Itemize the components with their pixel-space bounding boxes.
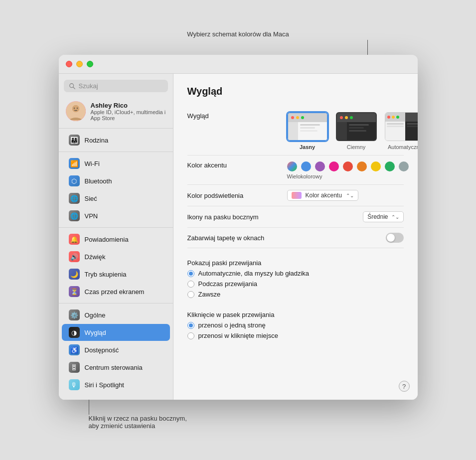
sidebar-icon-wyglad: ◑ xyxy=(69,327,80,338)
accent-row xyxy=(287,161,409,171)
sidebar-item-label-czas: Czas przed ekranem xyxy=(85,288,145,296)
sidebar-icon-wifi: 📶 xyxy=(69,158,80,169)
sidebar-item-bluetooth[interactable]: ⬡Bluetooth xyxy=(62,172,170,189)
titlebar xyxy=(59,55,418,74)
appearance-jasny[interactable]: Jasny xyxy=(287,112,328,150)
accent-colors-group: Wielokolorowy xyxy=(287,161,409,179)
sidebar-item-rodzina[interactable]: 👨‍👩‍👧Rodzina xyxy=(62,132,170,149)
scroll-radio-label-auto: Automatycznie, dla myszy lub gładzika xyxy=(198,270,310,277)
sidebar-item-label-wifi: Wi-Fi xyxy=(85,160,100,167)
sidebar-item-label-tryb: Tryb skupienia xyxy=(85,271,127,278)
sidebar-item-siec[interactable]: 🌐Sieć xyxy=(62,190,170,207)
sidebar-item-tryb[interactable]: 🌙Tryb skupienia xyxy=(62,266,170,283)
sidebar-item-label-dostepnosc: Dostępność xyxy=(85,346,119,354)
click-scrollbar-radio-group: przenosi o jedną stronęprzenosi w klikni… xyxy=(187,321,404,339)
help-button[interactable]: ? xyxy=(399,381,410,392)
sidebar-icon-vpn: 🌐 xyxy=(69,210,80,221)
click-scrollbar-section-label: Kliknięcie w pasek przewijania xyxy=(187,305,404,321)
accent-dot-orange[interactable] xyxy=(357,161,367,171)
traffic-lights xyxy=(66,61,93,67)
sidebar-item-siri[interactable]: 🎙Siri i Spotlight xyxy=(62,376,170,393)
sidebar-item-label-bluetooth: Bluetooth xyxy=(85,177,112,185)
sidebar-icon-ogolne: ⚙️ xyxy=(69,309,80,320)
highlight-swatch xyxy=(292,192,302,199)
sidebar-item-label-centrum: Centrum sterowania xyxy=(85,364,143,371)
maximize-button[interactable] xyxy=(87,61,93,67)
user-sub: Apple ID, iCloud+, multimedia i App Stor… xyxy=(91,109,166,121)
sidebar-item-label-siri: Siri i Spotlight xyxy=(85,381,124,389)
sidebar-item-label-siec: Sieć xyxy=(85,195,97,202)
sidebar-item-dzwiek[interactable]: 🔊Dźwięk xyxy=(62,248,170,265)
appearance-jasny-thumb[interactable] xyxy=(287,112,328,141)
minimize-button[interactable] xyxy=(76,61,83,67)
search-bar[interactable]: Szukaj xyxy=(64,80,168,92)
appearance-options: Jasny xyxy=(287,112,418,150)
highlight-color-label: Kolor podświetlenia xyxy=(187,192,287,199)
svg-line-1 xyxy=(73,87,75,89)
appearance-ciemny[interactable]: Ciemny xyxy=(336,112,377,150)
divider-4 xyxy=(59,303,173,304)
sidebar-size-dropdown[interactable]: Średnie ⌃⌄ xyxy=(363,211,403,222)
click-scroll-radio-label-one_page: przenosi o jedną stronę xyxy=(198,321,266,329)
scroll-radio-always[interactable]: Zawsze xyxy=(187,291,404,298)
divider-3 xyxy=(59,227,173,228)
sidebar-item-powiadomienia[interactable]: 🔔Powiadomienia xyxy=(62,231,170,248)
appearance-ciemny-thumb[interactable] xyxy=(336,112,377,141)
click-scroll-radio-clicked[interactable]: przenosi w kliknięte miejsce xyxy=(187,332,404,339)
wallpaper-tint-control xyxy=(287,233,404,243)
sidebar-item-vpn[interactable]: 🌐VPN xyxy=(62,207,170,224)
annotation-bottom: Kliknij w rzecz na pasku bocznym, aby zm… xyxy=(89,415,187,430)
sidebar-item-ogolne[interactable]: ⚙️Ogólne xyxy=(62,307,170,323)
accent-color-label: Kolor akcentu xyxy=(187,161,287,169)
scroll-radio-label-during: Podczas przewijania xyxy=(198,280,258,288)
highlight-dropdown[interactable]: Kolor akcentu ⌃⌄ xyxy=(287,190,358,201)
sidebar-item-label-rodzina: Rodzina xyxy=(85,137,109,144)
highlight-color-row: Kolor podświetlenia Kolor akcentu ⌃⌄ xyxy=(187,185,404,206)
accent-dot-blue[interactable] xyxy=(301,161,311,171)
annotation-top: Wybierz schemat kolorów dla Maca xyxy=(187,30,289,38)
click-scroll-radio-label-clicked: przenosi w kliknięte miejsce xyxy=(198,332,278,339)
close-button[interactable] xyxy=(66,61,72,67)
sidebar-items-container: 👨‍👩‍👧Rodzina📶Wi-Fi⬡Bluetooth🌐Sieć🌐VPN🔔Po… xyxy=(59,132,173,393)
svg-point-4 xyxy=(72,105,79,112)
accent-color-control: Wielokolorowy xyxy=(287,161,409,179)
sidebar-item-centrum[interactable]: 🎛Centrum sterowania xyxy=(62,359,170,376)
scroll-radio-circle-always xyxy=(187,291,194,298)
scroll-radio-auto[interactable]: Automatycznie, dla myszy lub gładzika xyxy=(187,270,404,277)
sidebar-item-wyglad[interactable]: ◑Wygląd xyxy=(62,324,170,341)
accent-dot-green[interactable] xyxy=(385,161,395,171)
sidebar-icons-row: Ikony na pasku bocznym Średnie ⌃⌄ xyxy=(187,206,404,228)
auto-label: Automatyczny xyxy=(388,144,418,150)
click-scrollbar-section: Kliknięcie w pasek przewijania przenosi … xyxy=(187,300,404,341)
toggle-knob xyxy=(387,234,395,242)
user-section[interactable]: Ashley Rico Apple ID, iCloud+, multimedi… xyxy=(59,97,173,125)
accent-dot-graphite[interactable] xyxy=(399,161,409,171)
sidebar-item-label-ogolne: Ogólne xyxy=(85,311,106,319)
scroll-radio-during[interactable]: Podczas przewijania xyxy=(187,280,404,288)
sidebar-item-label-vpn: VPN xyxy=(85,212,98,220)
sidebar-icon-powiadomienia: 🔔 xyxy=(69,234,80,245)
sidebar-icon-centrum: 🎛 xyxy=(69,362,80,373)
accent-dot-purple[interactable] xyxy=(315,161,325,171)
search-icon xyxy=(69,83,76,90)
scrollbars-section-label: Pokazuj paski przewijania xyxy=(187,253,404,270)
dropdown-chevron: ⌃⌄ xyxy=(391,214,399,220)
sidebar-item-czas[interactable]: ⏳Czas przed ekranem xyxy=(62,283,170,300)
accent-dot-yellow[interactable] xyxy=(371,161,381,171)
sidebar-icons-label: Ikony na pasku bocznym xyxy=(187,213,287,221)
accent-dot-red[interactable] xyxy=(343,161,353,171)
sidebar-item-wifi[interactable]: 📶Wi-Fi xyxy=(62,155,170,172)
appearance-automatyczny[interactable]: Automatyczny xyxy=(385,112,418,150)
click-scroll-radio-one_page[interactable]: przenosi o jedną stronę xyxy=(187,321,404,329)
scrollbars-section: Pokazuj paski przewijania Automatycznie,… xyxy=(187,248,404,300)
accent-sublabel: Wielokolorowy xyxy=(287,173,322,179)
accent-dot-multicolor[interactable] xyxy=(287,161,297,171)
jasny-label: Jasny xyxy=(300,144,315,150)
sidebar-item-label-powiadomienia: Powiadomienia xyxy=(85,236,129,243)
window: Szukaj xyxy=(59,55,418,400)
appearance-auto-thumb[interactable] xyxy=(385,112,418,141)
sidebar-icon-siri: 🎙 xyxy=(69,379,80,390)
wallpaper-tint-toggle[interactable] xyxy=(386,233,404,243)
sidebar-item-dostepnosc[interactable]: ♿Dostępność xyxy=(62,341,170,358)
accent-dot-pink[interactable] xyxy=(329,161,339,171)
